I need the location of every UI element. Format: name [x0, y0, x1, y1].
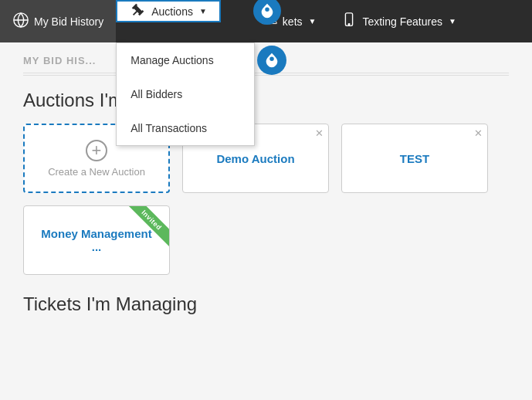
manage-auctions-label: Manage Auctions	[130, 54, 213, 66]
nav-item-texting-features[interactable]: Texting Features ▼	[328, 0, 468, 42]
nav-label-auctions: Auctions	[151, 5, 193, 18]
main-content: MY BID HIS... Auctions I'm Managing + Cr…	[0, 42, 532, 340]
auctions-section-title: Auctions I'm Managing	[23, 90, 509, 111]
nav-item-auctions[interactable]: Auctions ▼	[116, 0, 221, 22]
auction-cards-grid: + Create a New Auction ✕ Demo Auction ✕ …	[23, 124, 509, 275]
money-mgmt-label: Money Management...	[35, 221, 158, 259]
test-auction-close-icon[interactable]: ✕	[474, 127, 483, 139]
all-bidders-label: All Bidders	[130, 88, 182, 100]
svg-line-1	[134, 10, 138, 15]
demo-auction-close-icon[interactable]: ✕	[315, 127, 324, 139]
ticket-icon	[261, 12, 278, 31]
chevron-down-icon: ▼	[199, 7, 207, 15]
tickets-section-title: Tickets I'm Managing	[23, 293, 509, 315]
nav-label-texting-features: Texting Features	[362, 15, 442, 28]
plus-icon: +	[86, 140, 107, 161]
auctions-dropdown-menu: Manage Auctions All Bidders All Transact…	[116, 42, 255, 146]
nav-item-my-bid-history[interactable]: My Bid History	[0, 0, 116, 42]
nav-label-my-bid-history: My Bid History	[34, 15, 103, 28]
card-test-auction[interactable]: ✕ TEST	[341, 124, 488, 193]
divider	[23, 75, 509, 76]
bid-history-label: MY BID HIS...	[23, 55, 96, 66]
dropdown-item-all-bidders[interactable]: All Bidders	[117, 77, 254, 111]
globe-icon	[12, 12, 29, 31]
mobile-icon	[341, 12, 357, 31]
nav-label-tickets: kets	[283, 15, 303, 28]
all-transactions-label: All Transactions	[130, 122, 207, 134]
texting-chevron: ▼	[449, 17, 456, 25]
demo-auction-label: Demo Auction	[210, 146, 300, 171]
arrow-badge	[257, 46, 286, 75]
dropdown-item-all-transactions[interactable]: All Transactions	[117, 111, 254, 145]
dropdown-item-manage-auctions[interactable]: Manage Auctions	[117, 43, 254, 77]
gavel-icon	[130, 2, 147, 21]
nav-item-tickets[interactable]: kets ▼	[221, 0, 329, 42]
tickets-chevron: ▼	[309, 17, 317, 25]
test-auction-label: TEST	[394, 146, 435, 171]
nav-dropdown-auctions[interactable]: Auctions ▼ Manage Auctions All Bidders	[116, 0, 221, 42]
svg-point-3	[349, 24, 351, 25]
card-money-management[interactable]: Invited Money Management...	[23, 205, 170, 275]
navbar: My Bid History Auctions ▼ Manage Auction…	[0, 0, 532, 42]
create-new-label: Create a New Auction	[48, 166, 145, 178]
